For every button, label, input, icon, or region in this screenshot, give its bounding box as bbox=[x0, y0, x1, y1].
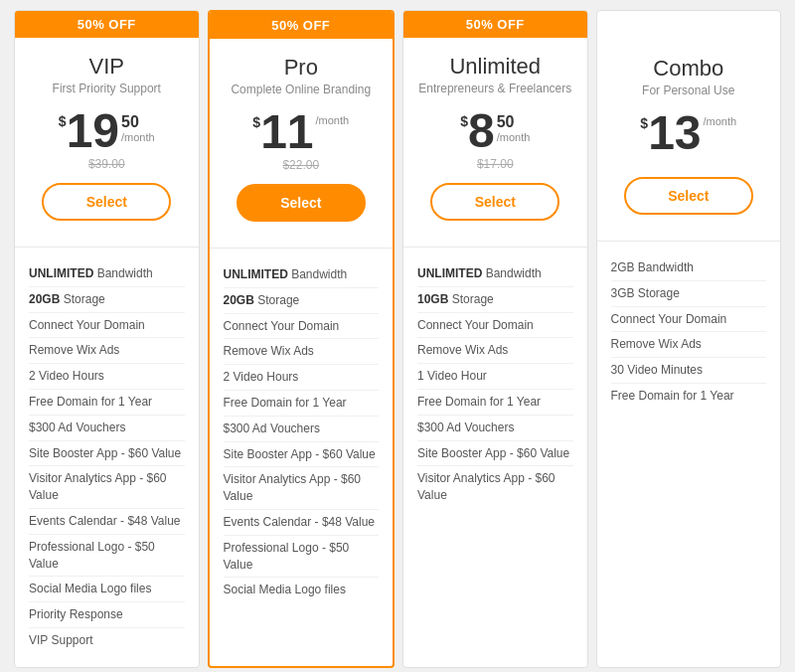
list-item: Visitor Analytics App - $60 Value bbox=[224, 467, 380, 510]
features-list-vip: UNLIMITED Bandwidth20GB StorageConnect Y… bbox=[15, 248, 199, 667]
list-item: UNLIMITED Bandwidth bbox=[29, 261, 185, 287]
price-period-combo: /month bbox=[704, 115, 737, 127]
price-cents-month-combo: /month bbox=[704, 115, 737, 127]
list-item: Remove Wix Ads bbox=[417, 338, 573, 364]
list-item: Remove Wix Ads bbox=[29, 338, 185, 364]
price-main-unlimited: 8 bbox=[468, 107, 495, 155]
list-item: 2GB Bandwidth bbox=[611, 255, 767, 281]
plan-subtitle-unlimited: Entrepreneurs & Freelancers bbox=[415, 82, 575, 95]
price-block-unlimited: $850/month bbox=[415, 107, 575, 155]
plan-name-pro: Pro bbox=[222, 55, 382, 81]
plan-subtitle-vip: First Priority Support bbox=[27, 82, 187, 95]
list-item: $300 Ad Vouchers bbox=[224, 417, 380, 442]
list-item: Site Booster App - $60 Value bbox=[224, 442, 380, 468]
list-item: Priority Response bbox=[29, 602, 185, 628]
plan-header-combo: ComboFor Personal Use$13/monthSelect bbox=[597, 40, 781, 242]
plan-header-vip: VIPFirst Priority Support$1950/month$39.… bbox=[15, 38, 199, 248]
price-cents-month-vip: 50/month bbox=[121, 113, 155, 143]
select-button-unlimited[interactable]: Select bbox=[430, 183, 559, 221]
plan-card-vip: 50% OFFVIPFirst Priority Support$1950/mo… bbox=[14, 10, 200, 668]
list-item: Free Domain for 1 Year bbox=[417, 390, 573, 416]
list-item: 2 Video Hours bbox=[224, 365, 380, 391]
list-item: UNLIMITED Bandwidth bbox=[417, 261, 573, 287]
list-item: 20GB Storage bbox=[224, 288, 380, 314]
list-item: Connect Your Domain bbox=[611, 307, 767, 333]
currency-pro: $ bbox=[252, 114, 260, 130]
price-cents-vip: 50 bbox=[121, 113, 139, 131]
list-item: Events Calendar - $48 Value bbox=[29, 509, 185, 535]
list-item: Site Booster App - $60 Value bbox=[29, 441, 185, 467]
plan-card-unlimited: 50% OFFUnlimitedEntrepreneurs & Freelanc… bbox=[402, 10, 588, 668]
price-block-combo: $13/month bbox=[609, 109, 769, 157]
price-cents-month-pro: /month bbox=[316, 114, 350, 126]
list-item: Connect Your Domain bbox=[224, 314, 380, 340]
list-item: Visitor Analytics App - $60 Value bbox=[29, 466, 185, 509]
currency-combo: $ bbox=[640, 115, 648, 131]
list-item: Remove Wix Ads bbox=[611, 332, 767, 358]
plan-name-combo: Combo bbox=[609, 56, 769, 82]
list-item: Professional Logo - $50 Value bbox=[29, 535, 185, 578]
badge-unlimited: 50% OFF bbox=[403, 11, 587, 38]
plan-name-vip: VIP bbox=[27, 54, 187, 80]
list-item: 3GB Storage bbox=[611, 281, 767, 307]
list-item: Remove Wix Ads bbox=[224, 339, 380, 365]
list-item: Site Booster App - $60 Value bbox=[417, 441, 573, 467]
list-item: Visitor Analytics App - $60 Value bbox=[417, 466, 573, 508]
currency-unlimited: $ bbox=[460, 113, 468, 129]
list-item: 10GB Storage bbox=[417, 287, 573, 313]
list-item: Events Calendar - $48 Value bbox=[224, 510, 380, 536]
currency-vip: $ bbox=[59, 113, 67, 129]
select-button-combo[interactable]: Select bbox=[624, 177, 753, 215]
price-main-vip: 19 bbox=[67, 107, 119, 155]
price-original-pro: $22.00 bbox=[222, 158, 382, 172]
plan-card-combo: ComboFor Personal Use$13/monthSelect2GB … bbox=[596, 10, 782, 668]
price-cents-unlimited: 50 bbox=[497, 113, 515, 131]
price-period-vip: /month bbox=[121, 131, 155, 143]
select-button-vip[interactable]: Select bbox=[42, 183, 171, 221]
list-item: 1 Video Hour bbox=[417, 364, 573, 390]
features-list-combo: 2GB Bandwidth3GB StorageConnect Your Dom… bbox=[597, 242, 781, 667]
plan-card-pro: 50% OFFProComplete Online Branding$11/mo… bbox=[208, 10, 396, 668]
plan-subtitle-combo: For Personal Use bbox=[609, 84, 769, 97]
price-original-vip: $39.00 bbox=[27, 157, 187, 171]
list-item: Professional Logo - $50 Value bbox=[224, 536, 380, 579]
list-item: 2 Video Hours bbox=[29, 364, 185, 390]
list-item: $300 Ad Vouchers bbox=[417, 416, 573, 441]
list-item: Free Domain for 1 Year bbox=[611, 384, 767, 409]
features-list-unlimited: UNLIMITED Bandwidth10GB StorageConnect Y… bbox=[403, 248, 587, 667]
list-item: VIP Support bbox=[29, 628, 185, 653]
price-main-pro: 11 bbox=[260, 108, 313, 156]
price-block-pro: $11/month bbox=[222, 108, 382, 156]
price-original-unlimited: $17.00 bbox=[415, 157, 575, 171]
plan-subtitle-pro: Complete Online Branding bbox=[222, 83, 382, 96]
features-list-pro: UNLIMITED Bandwidth20GB StorageConnect Y… bbox=[210, 249, 394, 666]
list-item: Free Domain for 1 Year bbox=[29, 390, 185, 416]
list-item: Free Domain for 1 Year bbox=[224, 391, 380, 417]
price-period-unlimited: /month bbox=[497, 131, 531, 143]
price-block-vip: $1950/month bbox=[27, 107, 187, 155]
list-item: 20GB Storage bbox=[29, 287, 185, 313]
plan-header-unlimited: UnlimitedEntrepreneurs & Freelancers$850… bbox=[403, 38, 587, 248]
list-item: Connect Your Domain bbox=[29, 313, 185, 339]
pricing-container: 50% OFFVIPFirst Priority Support$1950/mo… bbox=[10, 10, 785, 668]
plan-header-pro: ProComplete Online Branding$11/month$22.… bbox=[210, 39, 394, 249]
list-item: UNLIMITED Bandwidth bbox=[224, 262, 380, 288]
list-item: $300 Ad Vouchers bbox=[29, 416, 185, 441]
select-button-pro[interactable]: Select bbox=[237, 184, 366, 222]
list-item: Social Media Logo files bbox=[224, 578, 380, 602]
badge-pro: 50% OFF bbox=[210, 12, 394, 39]
list-item: Social Media Logo files bbox=[29, 577, 185, 602]
price-period-pro: /month bbox=[316, 114, 350, 126]
list-item: 30 Video Minutes bbox=[611, 358, 767, 384]
badge-vip: 50% OFF bbox=[15, 11, 199, 38]
price-main-combo: 13 bbox=[648, 109, 701, 157]
plan-name-unlimited: Unlimited bbox=[415, 54, 575, 80]
list-item: Connect Your Domain bbox=[417, 313, 573, 339]
price-cents-month-unlimited: 50/month bbox=[497, 113, 531, 143]
